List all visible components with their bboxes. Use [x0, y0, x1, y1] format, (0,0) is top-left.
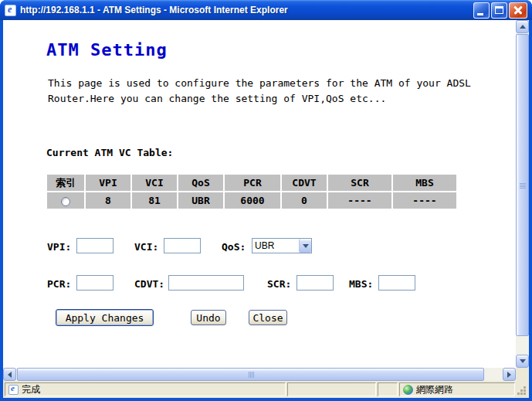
thumb-grip-icon — [250, 372, 251, 378]
progress-panel — [287, 382, 376, 396]
cell-mbs: ---- — [393, 192, 456, 209]
arrow-left-icon — [8, 372, 12, 378]
cell-pcr: 6000 — [225, 192, 280, 209]
page-heading: ATM Setting — [46, 40, 168, 59]
table-header-row: 索引 VPI VCI QoS PCR CDVT SCR MBS — [47, 175, 456, 191]
horizontal-scrollbar[interactable] — [3, 368, 516, 381]
content-area: ATM Setting This page is used to configu… — [3, 20, 529, 381]
spacer-panel — [378, 382, 398, 396]
pcr-input[interactable] — [76, 275, 114, 291]
zone-text: 網際網路 — [416, 383, 453, 396]
status-text: 完成 — [22, 383, 40, 396]
atm-vc-table: 索引 VPI VCI QoS PCR CDVT SCR MBS 8 81 UBR… — [46, 173, 458, 210]
horizontal-scroll-thumb[interactable] — [17, 368, 484, 381]
page-description: This page is used to configure the param… — [48, 76, 492, 107]
arrow-down-icon — [520, 359, 526, 363]
minimize-button[interactable] — [473, 2, 490, 19]
qos-select[interactable]: UBR — [252, 238, 312, 253]
arrow-right-icon — [507, 372, 511, 378]
mbs-input[interactable] — [378, 275, 415, 291]
titlebar[interactable]: http://192.168.1.1 - ATM Settings - Micr… — [0, 0, 532, 20]
zone-panel: 網際網路 — [399, 382, 515, 396]
scroll-down-button[interactable] — [516, 355, 529, 368]
qos-label: QoS: — [222, 241, 246, 253]
col-header-pcr: PCR — [225, 175, 280, 191]
col-header-qos: QoS — [178, 175, 223, 191]
table-title: Current ATM VC Table: — [46, 147, 173, 158]
browser-window: http://192.168.1.1 - ATM Settings - Micr… — [0, 0, 532, 401]
thumb-grip-icon — [520, 185, 526, 185]
vci-label: VCI: — [134, 241, 158, 253]
vpi-input[interactable] — [76, 238, 114, 253]
mbs-label: MBS: — [349, 278, 373, 290]
scr-input[interactable] — [296, 275, 334, 291]
close-icon — [510, 3, 527, 18]
cdvt-input[interactable] — [168, 275, 244, 291]
close-window-button[interactable] — [509, 2, 527, 19]
ie-page-icon — [5, 5, 16, 16]
arrow-up-icon — [520, 25, 526, 29]
scroll-left-button[interactable] — [3, 368, 16, 381]
statusbar: 完成 網際網路 — [3, 381, 529, 398]
apply-changes-button[interactable]: Apply Changes — [56, 309, 154, 326]
table-row: 8 81 UBR 6000 0 ---- ---- — [47, 192, 456, 209]
status-panel: 完成 — [5, 382, 286, 396]
col-header-vci: VCI — [132, 175, 177, 191]
col-header-scr: SCR — [328, 175, 391, 191]
resize-grip[interactable] — [517, 382, 527, 396]
vertical-scrollbar[interactable] — [516, 20, 529, 368]
col-header-index: 索引 — [47, 175, 84, 191]
horizontal-scroll-track[interactable] — [16, 368, 503, 381]
cell-vpi: 8 — [86, 192, 130, 209]
col-header-mbs: MBS — [393, 175, 456, 191]
cell-scr: ---- — [328, 192, 391, 209]
vpi-label: VPI: — [47, 241, 71, 253]
globe-icon — [403, 385, 413, 395]
maximize-icon — [495, 6, 503, 14]
cell-cdvt: 0 — [282, 192, 327, 209]
window-controls — [473, 2, 527, 19]
cell-vci: 81 — [132, 192, 177, 209]
cdvt-label: CDVT: — [134, 278, 164, 290]
close-page-button[interactable]: Close — [249, 310, 287, 325]
col-header-vpi: VPI — [86, 175, 130, 191]
document-icon — [8, 385, 19, 395]
maximize-button[interactable] — [491, 2, 507, 19]
radio-cell — [47, 192, 84, 209]
vertical-scroll-thumb[interactable] — [516, 34, 529, 336]
scr-label: SCR: — [267, 278, 291, 290]
undo-button[interactable]: Undo — [191, 310, 226, 325]
scrollbar-corner — [516, 368, 529, 381]
vertical-scroll-track[interactable] — [516, 33, 529, 355]
page: ATM Setting This page is used to configu… — [3, 20, 516, 368]
qos-selected-value: UBR — [252, 240, 299, 251]
chevron-down-icon — [299, 239, 311, 253]
vc-row-radio[interactable] — [61, 197, 70, 206]
pcr-label: PCR: — [47, 278, 71, 290]
scroll-right-button[interactable] — [503, 368, 516, 381]
vci-input[interactable] — [164, 238, 201, 253]
minimize-icon — [477, 13, 483, 15]
col-header-cdvt: CDVT — [282, 175, 327, 191]
scroll-up-button[interactable] — [516, 20, 529, 33]
window-title: http://192.168.1.1 - ATM Settings - Micr… — [20, 5, 473, 15]
cell-qos: UBR — [178, 192, 223, 209]
